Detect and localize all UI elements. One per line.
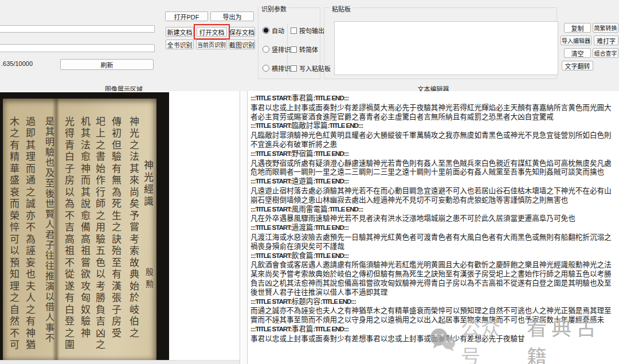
editor-title-line: :::TITLE START:臨敵討罪篇:TITLE END::: bbox=[250, 121, 616, 131]
radio-icon bbox=[263, 46, 269, 53]
editor-title-line: :::TITLE START:标题内容:TITLE END::: bbox=[250, 297, 616, 307]
clipboard-textarea[interactable] bbox=[334, 21, 558, 75]
editor-title-line: :::TITLE START:風雨雷電篇:TITLE END::: bbox=[250, 205, 616, 214]
checkbox-icon bbox=[291, 28, 297, 34]
combine-lookup-button[interactable]: 组合查字 bbox=[593, 48, 618, 58]
manuscript-column: 机其法愈神而其說愈備高祖嘗欲攻匈奴驗神 bbox=[78, 116, 92, 340]
recognition-params-group: 识别参数 自动 竖排识别 横排识别 按句输出 转简体 写入粘贴板 bbox=[258, 7, 320, 79]
panel-splitter[interactable] bbox=[240, 91, 248, 364]
editor-body-line: 凡在外卒遇暴風驟雨速驗神光若不見者決有洪水泛漲地塌城崩之患不可於此久居須當更遷高… bbox=[250, 214, 616, 223]
radio-icon bbox=[263, 27, 269, 34]
manuscript-photo[interactable]: 神光經識 殷勲 神光之法其來尚矣予嘗考索故典始於岐伯之傳初但驗有無為死生之訣殆至… bbox=[0, 92, 169, 360]
new-doc-button[interactable]: 新建文档 bbox=[166, 27, 194, 37]
rare-char-button[interactable]: 难打字 bbox=[594, 36, 618, 45]
manuscript-column: 是其明驗也及至後世賢人君子往往推演以借人事不 bbox=[42, 116, 56, 343]
editor-title-line: :::TITLE START:野宿篇:TITLE END::: bbox=[250, 149, 616, 159]
manuscript-column: 光得青白子房以為不吉高祖不從遂有白登之圍 bbox=[62, 116, 76, 351]
editor-body-line: 而通之誠亦不為誣妄也夫人之有神猶草木之有精華盛衰而榮悴可以預知理之自然不可逃也人… bbox=[250, 306, 616, 324]
save-doc-button[interactable]: 保存文档 bbox=[229, 27, 255, 37]
ocr-whole-book-button[interactable]: 全书识别 bbox=[166, 40, 194, 49]
editor-title-line: :::TITLE START:事君篇:TITLE END::: bbox=[250, 324, 616, 334]
clipboard-group: 粘贴板 bbox=[324, 7, 557, 79]
checkbox-icon bbox=[291, 65, 297, 72]
editor-body-line: 事君以忠或上封事或面奏對少有差想事君以忠或上封事或面奏對少有差想必先于夜驗甘 bbox=[250, 334, 616, 343]
editor-title-line: :::TITLE START:飲食篇:TITLE END::: bbox=[250, 251, 616, 261]
export-as-button[interactable]: 导出为 bbox=[210, 11, 254, 21]
editor-body-line: 凡飲酒會食或客居遇人邀請慮有所傷須驗神光若紅爁光明黄圓且大必有歡忻之慶醉飽之樂且… bbox=[250, 260, 616, 296]
manuscript-title-column: 神光經識 bbox=[141, 160, 155, 208]
copy-button[interactable]: 复制 bbox=[564, 23, 591, 33]
image-display-panel: 神光經識 殷勲 神光之法其來尚矣予嘗考索故典始於岐伯之傳初但驗有無為死生之訣殆至… bbox=[0, 91, 240, 360]
editor-body-line: 凡臨敵討罪須驗神光色紅黄明且耀者必大勝縱彼千軍萬騎攻之我亦無虞如青黑色或神光不見… bbox=[250, 131, 616, 149]
radio-0[interactable]: 自动 bbox=[263, 26, 284, 35]
checkbox-label: 转简体 bbox=[299, 45, 318, 54]
manuscript-column: 木之有精華盛衰而榮悴可以預知理之自然不可 bbox=[7, 116, 21, 351]
import-to-editor-button[interactable]: 导入编辑器 bbox=[561, 36, 591, 45]
editor-content: :::TITLE START:事君篇:TITLE END:::事君以忠或上封事或… bbox=[250, 93, 616, 343]
editor-body-line: 事君以忠或上封事或面奏對少有差謬禍莫大焉必先于夜驗其神光若得紅光輝焰必主天顏有喜… bbox=[250, 103, 616, 122]
checkbox-1[interactable]: 转简体 bbox=[291, 45, 318, 54]
clipboard-group-label: 粘贴板 bbox=[330, 4, 352, 13]
manuscript-column: 神光之法其來尚矣予嘗考索故典始於岐伯之 bbox=[127, 116, 141, 340]
manuscript-column: 過即其理而通之誠亦不為誣妄也夫人之有神猶 bbox=[23, 116, 37, 351]
manuscript-column: 圯上之書始作行師之用驗五色以考勝負吉凶之 bbox=[93, 116, 107, 351]
radio-label: 自动 bbox=[272, 26, 284, 35]
file-path-input-2[interactable] bbox=[0, 44, 155, 52]
editor-body-line: 凡遇夜野宿或所處有疑須澄心靜慮速驗神光若青色則有姦人至黑色賊兵來白色親近有謀紅黄… bbox=[250, 159, 616, 177]
params-group-label: 识别参数 bbox=[260, 4, 288, 13]
manuscript-column: 傳初但驗有無為死生之訣殆至有漢張子房受 bbox=[109, 116, 123, 340]
ocr-current-page-button[interactable]: 当前页识别 bbox=[196, 40, 227, 49]
editor-title-line: :::TITLE START:事君篇:TITLE END::: bbox=[250, 93, 616, 103]
editor-title-line: :::TITLE START:遠遊篇:TITLE END::: bbox=[250, 177, 616, 186]
ocr-screenshot-button[interactable]: 截图识别 bbox=[229, 40, 255, 49]
flip-text-button[interactable]: 文字翻转 bbox=[562, 61, 593, 71]
checkbox-label: 按句输出 bbox=[299, 26, 324, 35]
checkbox-0[interactable]: 按句输出 bbox=[291, 26, 324, 35]
simplified-traditional-convert-button[interactable]: 简繁转换 bbox=[593, 23, 618, 33]
editor-title-line: :::TITLE START:過渡篇:TITLE END::: bbox=[250, 223, 616, 233]
radio-icon bbox=[263, 65, 269, 72]
open-doc-button[interactable]: 打开文档 bbox=[197, 27, 227, 37]
editor-body-line: 凡渡江海或水惡波險去處預先一日驗其神光紅黄色者可渡青色者有大風白色者有大雨黑色或… bbox=[250, 233, 616, 251]
image-horizontal-scrollbar[interactable] bbox=[0, 360, 240, 364]
refresh-button[interactable]: 刷新 bbox=[60, 59, 154, 70]
page-indicator: .635/10000 bbox=[1, 60, 33, 67]
checkbox-icon bbox=[291, 46, 297, 53]
open-pdf-button[interactable]: 打开PDF bbox=[165, 11, 208, 21]
text-editor[interactable]: :::TITLE START:事君篇:TITLE END:::事君以忠或上封事或… bbox=[248, 91, 619, 364]
editor-body-line: 凡遠遊止宿村落去處必須驗其神光若不在而心動目睭急宜遠避不可入也若居山谷石佳枯木壞… bbox=[250, 186, 616, 205]
file-path-input-1[interactable] bbox=[0, 25, 155, 33]
app-window: .635/10000 刷新 打开PDF 导出为 新建文档 打开文档 保存文档 全… bbox=[0, 0, 619, 364]
clear-button[interactable]: 清空 bbox=[564, 48, 591, 58]
manuscript-author: 殷勲 bbox=[143, 268, 155, 292]
